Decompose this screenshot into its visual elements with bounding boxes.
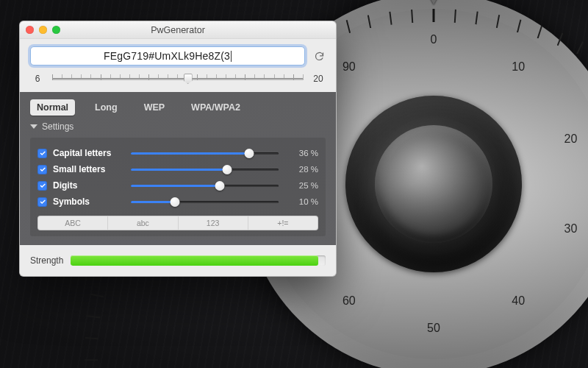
option-label: Digits xyxy=(53,180,125,191)
tab-wep[interactable]: WEP xyxy=(137,99,171,116)
weight-percent: 10 % xyxy=(284,197,318,206)
dial-number: 20 xyxy=(556,132,585,146)
weight-slider[interactable] xyxy=(131,180,279,191)
strength-label: Strength xyxy=(30,255,63,266)
segment-button[interactable]: +!= xyxy=(248,216,318,230)
option-row: Small letters28 % xyxy=(37,161,318,177)
option-label: Capital letters xyxy=(53,148,125,158)
weight-percent: 25 % xyxy=(284,181,318,190)
dial-number: 90 xyxy=(334,60,364,74)
weight-slider[interactable] xyxy=(131,164,279,174)
text-caret xyxy=(231,51,232,62)
titlebar[interactable]: PwGenerator xyxy=(20,21,336,39)
length-slider[interactable] xyxy=(52,71,304,86)
length-min: 6 xyxy=(30,74,45,84)
settings-section: NormalLongWEPWPA/WPA2 Settings Capital l… xyxy=(20,92,336,245)
dial-number: 0 xyxy=(419,33,448,46)
dial-number: 50 xyxy=(419,322,448,335)
tab-wpa-wpa2[interactable]: WPA/WPA2 xyxy=(184,99,247,116)
password-value: FEgG719#UmXLk9He8Z(3 xyxy=(104,50,230,62)
settings-label: Settings xyxy=(42,121,74,132)
weight-slider[interactable] xyxy=(131,197,279,207)
option-label: Small letters xyxy=(53,164,125,174)
segment-button[interactable]: abc xyxy=(108,216,178,230)
mode-tabs: NormalLongWEPWPA/WPA2 xyxy=(30,99,326,116)
dial-number: 10 xyxy=(503,60,533,74)
segment-button[interactable]: ABC xyxy=(38,216,108,230)
checkbox[interactable] xyxy=(37,149,47,158)
chevron-down-icon xyxy=(30,124,37,129)
checkbox[interactable] xyxy=(37,197,47,207)
window-title: PwGenerator xyxy=(20,25,336,35)
length-value: 20 xyxy=(311,74,326,84)
checkbox[interactable] xyxy=(37,165,47,174)
option-row: Symbols10 % xyxy=(37,194,318,210)
settings-disclosure[interactable]: Settings xyxy=(30,121,326,132)
weight-percent: 36 % xyxy=(284,149,318,158)
option-row: Capital letters36 % xyxy=(37,145,318,161)
weight-slider[interactable] xyxy=(131,148,279,158)
app-window: PwGenerator FEgG719#UmXLk9He8Z(3 6 20 No… xyxy=(19,21,337,277)
segment-button[interactable]: 123 xyxy=(179,216,248,230)
charset-segments: ABCabc123+!= xyxy=(37,216,318,230)
settings-panel: Capital letters36 %Small letters28 %Digi… xyxy=(30,138,326,236)
dial-number: 30 xyxy=(556,222,585,236)
regenerate-button[interactable] xyxy=(312,49,326,63)
password-field[interactable]: FEgG719#UmXLk9He8Z(3 xyxy=(30,46,305,66)
refresh-icon xyxy=(314,51,325,62)
strength-section: Strength xyxy=(20,245,336,276)
checkbox[interactable] xyxy=(37,181,47,191)
strength-meter xyxy=(71,255,326,266)
tab-normal[interactable]: Normal xyxy=(30,99,75,116)
option-row: Digits25 % xyxy=(37,177,318,194)
option-label: Symbols xyxy=(53,197,125,207)
dial-number: 40 xyxy=(503,294,533,308)
tab-long[interactable]: Long xyxy=(88,99,124,116)
strength-bar xyxy=(71,255,318,266)
dial-number: 60 xyxy=(334,294,364,308)
password-section: FEgG719#UmXLk9He8Z(3 6 20 xyxy=(20,39,336,92)
weight-percent: 28 % xyxy=(284,165,318,174)
